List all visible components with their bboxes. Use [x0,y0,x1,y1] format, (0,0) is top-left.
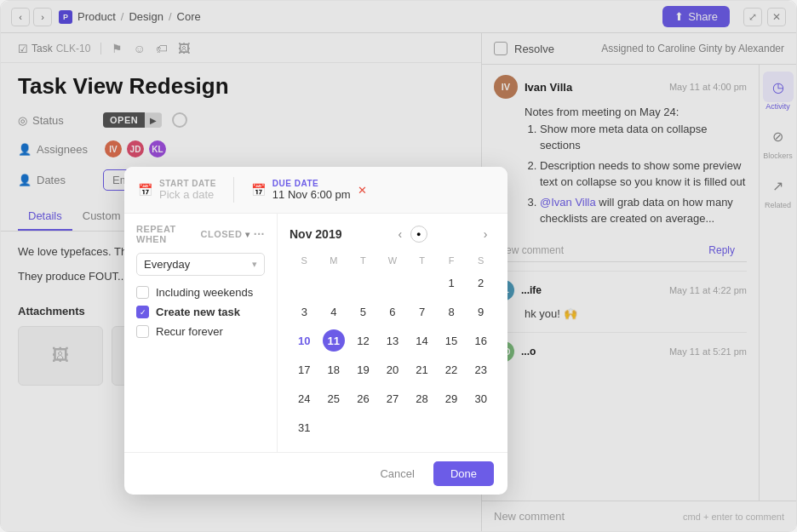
recur-forever-checkbox[interactable] [136,325,149,338]
cal-week-3: 10 11 12 13 14 15 16 [290,326,496,355]
cal-header-s1: S [290,253,319,268]
repeat-header: REPEAT WHEN CLOSED ▾ ··· [136,224,265,244]
cal-day-10[interactable]: 10 [290,326,319,355]
cal-day-9[interactable]: 9 [466,297,496,326]
modal-body: REPEAT WHEN CLOSED ▾ ··· Everyday ▾ Incl… [124,214,507,452]
calendar-section: Nov 2019 ‹ ● › S M T W T [278,214,507,452]
cal-day-25[interactable]: 25 [319,384,349,413]
cal-week-6: 31 [290,413,496,442]
cal-day-20[interactable]: 20 [378,355,408,384]
create-new-task-row: Create new task [136,306,265,318]
due-date-label: DUE DATE [272,179,351,188]
including-weekends-row: Including weekends [136,286,265,299]
modal-date-bar: 📅 START DATE Pick a date 📅 DUE DATE 11 N… [124,167,507,214]
cal-day-2[interactable]: 2 [466,268,496,297]
cal-day-empty [348,268,378,297]
cal-header-f: F [437,253,467,268]
cal-day-22[interactable]: 22 [437,355,467,384]
done-button[interactable]: Done [433,461,494,486]
due-date-field: 📅 DUE DATE 11 Nov 6:00 pm ✕ [251,179,367,201]
cal-day-14[interactable]: 14 [407,326,437,355]
cal-day-8[interactable]: 8 [437,297,467,326]
cal-day-13[interactable]: 13 [378,326,408,355]
date-bar-divider [233,177,234,203]
repeat-frequency-select[interactable]: Everyday ▾ [136,253,265,276]
calendar-month: Nov 2019 [290,227,341,241]
cal-header-t2: T [407,253,437,268]
due-date-value[interactable]: 11 Nov 6:00 pm [272,188,351,201]
repeat-chevron-icon[interactable]: ▾ [245,230,250,239]
start-date-field: 📅 START DATE Pick a date [138,179,216,201]
cal-day-4[interactable]: 4 [319,297,349,326]
calendar-grid: S M T W T F S [290,253,496,442]
clear-due-date-button[interactable]: ✕ [358,184,367,197]
cal-day-empty-6 [319,413,349,442]
cal-day-empty-6 [378,413,408,442]
app-window: ‹ › P Product / Design / Core ⬆ Share ⤢ … [0,0,797,532]
cal-day-19[interactable]: 19 [348,355,378,384]
cal-day-7[interactable]: 7 [407,297,437,326]
create-new-task-checkbox[interactable] [136,306,149,318]
cal-header-t1: T [348,253,378,268]
cal-day-empty-6 [466,413,496,442]
repeat-section: REPEAT WHEN CLOSED ▾ ··· Everyday ▾ Incl… [124,214,278,452]
cal-day-28[interactable]: 28 [407,384,437,413]
cal-header-s2: S [466,253,496,268]
cal-next-button[interactable]: › [475,224,496,244]
start-date-label: START DATE [159,179,216,188]
cal-day-empty [407,268,437,297]
cal-header-w: W [378,253,408,268]
cal-day-empty-6 [437,413,467,442]
cal-day-24[interactable]: 24 [290,384,319,413]
modal-footer: Cancel Done [124,452,507,495]
repeat-label: REPEAT WHEN [136,224,197,244]
cal-day-12[interactable]: 12 [348,326,378,355]
calendar-body: 1 2 3 4 5 6 7 8 9 [290,268,496,442]
repeat-more-icon[interactable]: ··· [254,227,265,241]
cal-day-17[interactable]: 17 [290,355,319,384]
cal-week-2: 3 4 5 6 7 8 9 [290,297,496,326]
cal-day-18[interactable]: 18 [319,355,349,384]
cal-day-empty [290,268,319,297]
cal-day-31[interactable]: 31 [290,413,319,442]
cal-day-3[interactable]: 3 [290,297,319,326]
cal-day-6[interactable]: 6 [378,297,408,326]
recur-forever-label: Recur forever [156,325,223,338]
start-date-value[interactable]: Pick a date [159,188,216,201]
cal-day-30[interactable]: 30 [466,384,496,413]
cal-day-1[interactable]: 1 [437,268,467,297]
repeat-select-chevron: ▾ [252,259,257,270]
cal-day-11[interactable]: 11 [319,326,349,355]
cal-week-4: 17 18 19 20 21 22 23 [290,355,496,384]
recur-forever-row: Recur forever [136,325,265,338]
modal-overlay: 📅 START DATE Pick a date 📅 DUE DATE 11 N… [1,1,796,531]
cal-day-23[interactable]: 23 [466,355,496,384]
cal-prev-button[interactable]: ‹ [390,224,410,244]
cal-day-empty-6 [348,413,378,442]
cal-day-empty-6 [407,413,437,442]
calendar-nav: Nov 2019 ‹ ● › [290,224,496,244]
repeat-frequency-value: Everyday [144,258,190,271]
cal-day-26[interactable]: 26 [348,384,378,413]
cal-day-5[interactable]: 5 [348,297,378,326]
cal-day-empty [319,268,349,297]
cal-day-27[interactable]: 27 [378,384,408,413]
cal-week-5: 24 25 26 27 28 29 30 [290,384,496,413]
due-date-icon: 📅 [251,183,266,197]
cancel-button[interactable]: Cancel [370,462,424,485]
cal-day-16[interactable]: 16 [466,326,496,355]
repeat-when-value: CLOSED [200,229,242,239]
calendar-header-row: S M T W T F S [290,253,496,268]
cal-day-29[interactable]: 29 [437,384,467,413]
start-date-icon: 📅 [138,183,152,197]
create-new-task-label: Create new task [156,306,240,318]
cal-day-21[interactable]: 21 [407,355,437,384]
date-modal: 📅 START DATE Pick a date 📅 DUE DATE 11 N… [124,167,507,495]
cal-week-1: 1 2 [290,268,496,297]
cal-today-button[interactable]: ● [410,226,427,243]
including-weekends-label: Including weekends [156,286,253,299]
cal-day-15[interactable]: 15 [437,326,467,355]
including-weekends-checkbox[interactable] [136,286,149,299]
cal-day-empty [378,268,408,297]
cal-header-m: M [319,253,349,268]
